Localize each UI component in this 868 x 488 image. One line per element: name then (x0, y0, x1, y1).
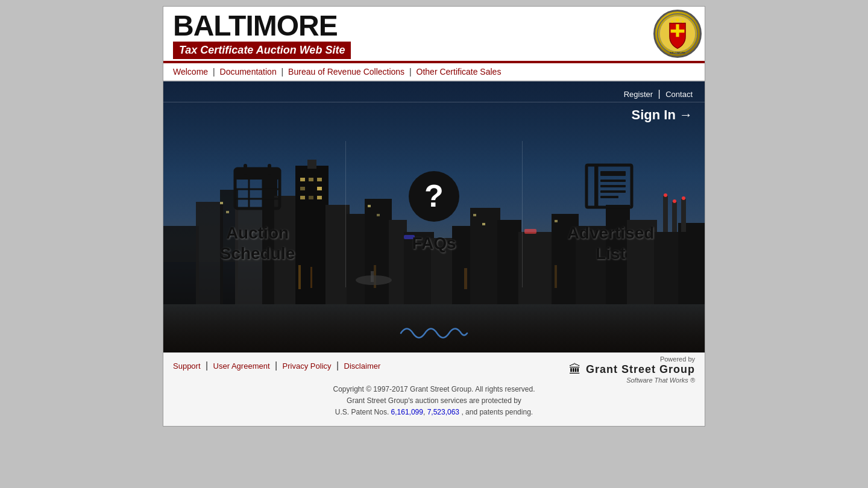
privacy-policy-link[interactable]: Privacy Policy (283, 361, 332, 371)
auth-bar: Register | Contact (163, 81, 705, 102)
footer-sep-1: | (206, 360, 211, 371)
support-link[interactable]: Support (173, 361, 201, 371)
gsg-logo: 🏛 Grant Street Group Software That Works… (569, 363, 695, 384)
svg-rect-77 (600, 180, 626, 182)
svg-rect-78 (600, 185, 626, 187)
copyright-line2: Grant Street Group's auction services ar… (347, 396, 521, 405)
calendar-icon (230, 159, 285, 213)
copyright-line4: , and patents pending. (461, 408, 533, 416)
nav-bureau[interactable]: Bureau of Revenue Collections (288, 67, 404, 77)
logo-circle: BALTIMORE (653, 10, 702, 58)
patent1-link[interactable]: 6,161,099 (391, 408, 423, 416)
svg-rect-80 (600, 196, 618, 198)
sign-in-row: Sign In → (163, 107, 705, 129)
gsg-name: Grant Street Group (586, 363, 695, 376)
footer-sep-3: | (336, 360, 342, 371)
svg-rect-3 (671, 30, 685, 33)
auth-sep: | (658, 89, 664, 99)
svg-text:?: ? (424, 178, 444, 213)
site-footer: Powered by 🏛 Grant Street Group Software… (163, 352, 705, 426)
site-title: BALTIMORE (173, 11, 351, 40)
auction-schedule-label: AuctionSchedule (220, 223, 295, 263)
svg-rect-70 (268, 164, 271, 175)
feature-panels: AuctionSchedule ? FAQs (169, 141, 699, 287)
svg-point-6 (682, 20, 684, 23)
sign-in-button[interactable]: Sign In → (632, 107, 693, 122)
nav-sep-2: | (281, 67, 286, 77)
svg-rect-76 (600, 171, 626, 176)
gsg-tagline: Software That Works ® (626, 377, 695, 384)
question-icon: ? (407, 169, 461, 224)
faqs-panel[interactable]: ? FAQs (346, 141, 523, 287)
nav-other-cert[interactable]: Other Certificate Sales (417, 67, 502, 77)
site-header: BALTIMORE Tax Certificate Auction Web Si… (163, 7, 705, 63)
nav-welcome[interactable]: Welcome (173, 67, 208, 77)
disclaimer-link[interactable]: Disclaimer (344, 361, 381, 371)
gsg-building-icon: 🏛 (569, 363, 581, 377)
register-link[interactable]: Register (624, 90, 653, 99)
copyright-line1: Copyright © 1997-2017 Grant Street Group… (333, 385, 535, 393)
nav-sep-1: | (213, 67, 218, 77)
watermark-signature (398, 318, 470, 346)
patent2-link[interactable]: 7,523,063 (427, 408, 459, 416)
footer-gsg-branding: Powered by 🏛 Grant Street Group Software… (569, 355, 695, 384)
header-left: BALTIMORE Tax Certificate Auction Web Si… (163, 7, 360, 61)
svg-text:BALTIMORE: BALTIMORE (670, 51, 685, 54)
hero-section: Register | Contact Sign In → (163, 81, 705, 352)
svg-point-5 (671, 20, 674, 23)
copyright-line3: U.S. Patent Nos. (335, 408, 389, 416)
svg-rect-64 (235, 169, 280, 180)
contact-link[interactable]: Contact (665, 90, 693, 99)
seal-svg: BALTIMORE (656, 13, 699, 55)
advertised-list-panel[interactable]: AdvertisedList (523, 141, 699, 287)
faqs-label: FAQs (412, 233, 456, 254)
powered-by-text: Powered by (569, 355, 695, 363)
nav-documentation[interactable]: Documentation (220, 67, 277, 77)
city-seal: BALTIMORE (650, 7, 705, 61)
main-nav: Welcome | Documentation | Bureau of Reve… (163, 63, 705, 81)
svg-rect-79 (600, 190, 626, 193)
auction-schedule-panel[interactable]: AuctionSchedule (169, 141, 346, 287)
app-wrapper: BALTIMORE Tax Certificate Auction Web Si… (163, 6, 705, 427)
footer-sep-2: | (275, 360, 280, 371)
user-agreement-link[interactable]: User Agreement (213, 361, 270, 371)
svg-rect-69 (244, 164, 247, 175)
site-subtitle: Tax Certificate Auction Web Site (173, 42, 351, 59)
svg-point-4 (676, 19, 679, 22)
newspaper-icon (583, 159, 638, 213)
footer-copyright: Copyright © 1997-2017 Grant Street Group… (173, 384, 695, 419)
advertised-list-label: AdvertisedList (567, 223, 655, 263)
nav-sep-3: | (409, 67, 414, 77)
